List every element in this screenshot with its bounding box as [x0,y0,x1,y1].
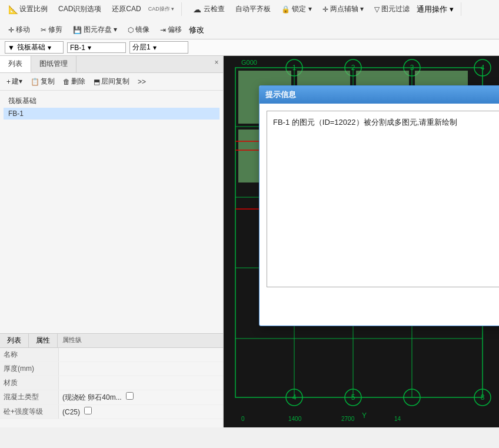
bottom-tabs: 列表 属性 属性纵 [0,334,223,348]
auto-level-btn[interactable]: 自动平齐板 [232,2,274,16]
sidebar: 列表 图纸管理 × + 建▾ 📋 复制 🗑 删除 ⬒ 层间复制 [0,56,224,427]
set-ratio-btn[interactable]: 📐 设置比例 [5,2,51,16]
trim-icon: ✂ [41,26,46,34]
cloud-check-btn[interactable]: ☁ 云检查 [189,2,228,16]
tab-drawing-mgmt[interactable]: 图纸管理 [31,56,76,72]
create-btn[interactable]: + 建▾ [4,75,25,88]
prop-row-grade: 砼+强度等级 (C25) [0,405,223,419]
mirror-icon: ⬡ [128,26,134,34]
bottom-tab-props[interactable]: 属性 [29,334,58,347]
prop-val-thickness [59,362,223,376]
cad-ops-dropdown[interactable]: CAD操作 ▾ [148,5,175,13]
concrete-type-checkbox[interactable] [126,392,134,400]
prop-val-material [59,376,223,390]
restore-cad-btn[interactable]: 还原CAD [108,2,144,16]
select-arrow: ▼ [8,44,15,52]
tree-item-foundation[interactable]: 筏板基础 [4,94,219,108]
sidebar-tree: 筏板基础 FB-1 [0,91,223,123]
prop-val-concrete-type: (现浇砼 卵石40m... [59,390,223,404]
modal-footer: 关闭 [260,296,499,326]
toolbar-row1: 📐 设置比例 CAD识别选项 还原CAD CAD操作 ▾ ☁ 云检查 自动平齐板… [0,0,499,39]
cloud-icon: ☁ [192,5,202,14]
cad-ops-group: 📐 设置比例 CAD识别选项 还原CAD CAD操作 ▾ [5,2,182,16]
properties-table: 名称 厚度(mm) 材质 [0,348,223,419]
two-point-btn[interactable]: ✛ 两点辅轴 ▾ [319,2,367,16]
edit-ops-group: ✛ 移动 ✂ 修剪 💾 图元存盘 ▾ ⬡ 镜像 ⇥ 偏移 修改 [5,23,211,36]
sidebar-actions: + 建▾ 📋 复制 🗑 删除 ⬒ 层间复制 >> [0,73,223,91]
element-filter-btn[interactable]: ▽ 图元过滤 [371,2,413,16]
grade-checkbox[interactable] [84,407,92,414]
ratio-icon: 📐 [8,5,18,14]
floor-copy-btn[interactable]: ⬒ 层间复制 [91,75,132,88]
cad-identify-btn[interactable]: CAD识别选项 [55,2,105,16]
tab-list[interactable]: 列表 [0,56,31,72]
move-btn[interactable]: ✛ 移动 [5,23,34,36]
more-btn[interactable]: >> [135,77,149,87]
cloud-ops-label: 通用操作 ▾ [417,4,454,15]
disk-icon: 💾 [73,26,82,34]
sidebar-close-btn[interactable]: × [212,58,221,67]
prop-row-concrete-type: 混凝土类型 (现浇砼 卵石40m... [0,390,223,405]
modal-body [260,104,499,296]
prop-key-material: 材质 [0,376,59,390]
filter-icon: ▽ [374,5,380,14]
prop-row-name: 名称 [0,348,223,362]
bottom-tab-list[interactable]: 列表 [0,334,29,347]
cloud-ops-group: ☁ 云检查 自动平齐板 🔒 锁定 ▾ ✛ 两点辅轴 ▾ ▽ 图元过滤 通用操作 … [189,2,461,16]
copy-icon: 📋 [31,78,39,86]
create-icon: + [6,78,11,86]
mirror-btn[interactable]: ⬡ 镜像 [124,23,153,36]
foundation-type-select[interactable]: ▼ 筏板基础 ▾ [5,41,64,54]
lock-icon: 🔒 [281,5,290,14]
lock-btn[interactable]: 🔒 锁定 ▾ [278,2,315,16]
edit-ops-label: 修改 [189,25,204,35]
hint-modal: 提示信息 × 关闭 [259,85,499,326]
main-area: 列表 图纸管理 × + 建▾ 📋 复制 🗑 删除 ⬒ 层间复制 [0,56,499,427]
floor-copy-icon: ⬒ [94,78,100,86]
prop-row-thickness: 厚度(mm) [0,362,223,376]
prop-key-name: 名称 [0,348,59,361]
modal-title: 提示信息 [265,89,296,100]
move-icon: ✛ [8,26,14,34]
modal-message-area[interactable] [267,111,499,287]
props-vertical-label: 属性纵 [58,334,87,347]
offset-btn[interactable]: ⇥ 偏移 [157,23,185,36]
delete-icon: 🗑 [63,78,70,86]
layer-row: ▼ 筏板基础 ▾ FB-1 ▾ 分层1 ▾ [0,39,499,56]
offset-icon: ⇥ [160,26,166,34]
sidebar-tabs: 列表 图纸管理 × [0,56,223,73]
prop-val-grade: (C25) [59,405,223,419]
element-disk-btn[interactable]: 💾 图元存盘 ▾ [69,23,121,36]
prop-val-name [59,348,223,361]
prop-key-thickness: 厚度(mm) [0,362,59,376]
bottom-panel: 列表 属性 属性纵 名称 [0,333,223,427]
layer-select[interactable]: 分层1 ▾ [129,41,188,54]
cad-canvas[interactable]: 1 2 3 4 4 5 8 G000 2400 [224,56,499,427]
prop-key-grade: 砼+强度等级 [0,405,59,419]
trim-btn[interactable]: ✂ 修剪 [37,23,66,36]
prop-key-concrete-type: 混凝土类型 [0,390,59,404]
modal-header: 提示信息 × [260,86,499,104]
delete-btn[interactable]: 🗑 删除 [60,75,88,88]
two-point-icon: ✛ [322,5,328,14]
modal-overlay: 提示信息 × 关闭 [224,56,499,427]
prop-row-material: 材质 [0,376,223,390]
element-id-select[interactable]: FB-1 ▾ [67,42,126,53]
copy-btn[interactable]: 📋 复制 [28,75,58,88]
tree-item-fb1[interactable]: FB-1 [4,108,219,120]
